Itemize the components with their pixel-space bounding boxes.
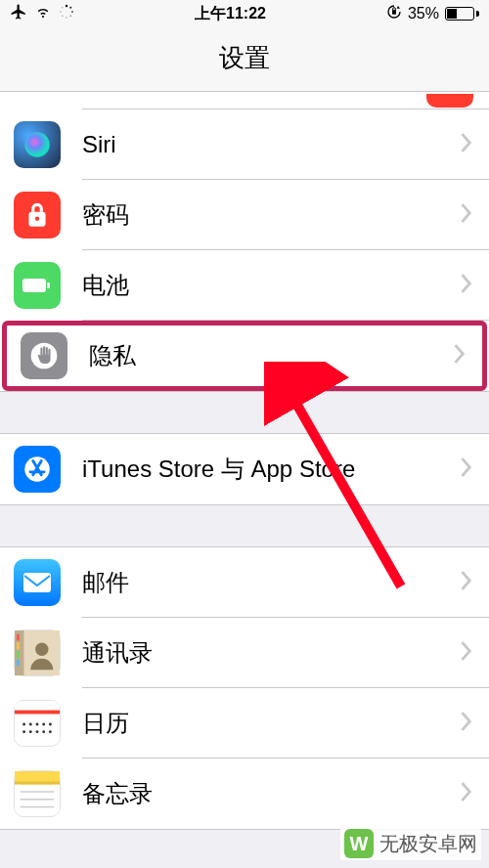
row-mail[interactable]: 邮件 [0, 547, 489, 618]
svg-rect-40 [15, 782, 60, 785]
svg-point-6 [60, 11, 61, 12]
partial-icon [426, 94, 473, 108]
settings-group-2: iTunes Store 与 App Store [0, 433, 489, 505]
svg-rect-21 [17, 660, 20, 667]
svg-point-9 [24, 132, 50, 157]
svg-point-0 [66, 5, 67, 7]
svg-point-23 [35, 642, 48, 655]
row-calendar[interactable]: 日历 [0, 688, 489, 759]
svg-point-31 [49, 723, 52, 726]
appstore-icon [14, 446, 61, 493]
chevron-right-icon [460, 782, 473, 805]
row-privacy[interactable]: 隐私 [7, 326, 482, 386]
orientation-lock-icon [386, 4, 402, 23]
siri-icon [14, 121, 61, 168]
svg-point-35 [42, 730, 45, 733]
row-label-contacts: 通讯录 [82, 637, 460, 669]
row-label-siri: Siri [82, 131, 460, 158]
notes-icon [14, 770, 61, 817]
svg-rect-20 [17, 651, 20, 658]
svg-rect-26 [15, 711, 60, 715]
chevron-right-icon [460, 274, 473, 297]
chevron-right-icon [460, 571, 473, 594]
page-title: 设置 [0, 27, 489, 92]
hand-icon [21, 332, 67, 379]
watermark-logo-icon [344, 829, 374, 858]
chevron-right-icon [460, 133, 473, 156]
row-siri[interactable]: Siri [0, 109, 489, 180]
svg-point-2 [71, 11, 73, 13]
group-gap [0, 505, 489, 546]
chevron-right-icon [460, 712, 473, 735]
loading-icon [59, 4, 74, 23]
chevron-right-icon [453, 344, 467, 368]
row-battery[interactable]: 电池 [0, 250, 489, 321]
svg-point-1 [69, 7, 71, 9]
svg-point-29 [36, 723, 39, 726]
battery-setting-icon [14, 262, 61, 309]
svg-point-27 [22, 723, 25, 726]
battery-percent: 35% [408, 5, 439, 22]
group-gap [0, 392, 489, 433]
calendar-icon [14, 700, 61, 747]
contacts-icon [14, 629, 61, 676]
svg-rect-19 [17, 642, 20, 649]
svg-point-33 [29, 730, 32, 733]
settings-group-1: Siri 密码 电池 隐私 [0, 92, 489, 392]
svg-point-7 [62, 7, 63, 8]
svg-point-11 [35, 217, 39, 221]
airplane-icon [10, 3, 27, 24]
svg-point-3 [69, 15, 71, 17]
chevron-right-icon [460, 457, 473, 481]
row-label-notes: 备忘录 [82, 778, 460, 809]
row-label-privacy: 隐私 [89, 340, 453, 371]
svg-point-36 [49, 730, 52, 733]
row-label-password: 密码 [82, 199, 460, 231]
watermark-text: 无极安卓网 [379, 831, 477, 857]
svg-rect-13 [47, 282, 50, 288]
chevron-right-icon [460, 641, 473, 665]
svg-rect-16 [23, 573, 51, 592]
svg-rect-18 [17, 634, 20, 641]
status-left [10, 3, 74, 24]
row-contacts[interactable]: 通讯录 [0, 618, 489, 688]
svg-rect-8 [392, 10, 396, 15]
svg-point-34 [36, 730, 39, 733]
row-label-mail: 邮件 [82, 567, 460, 598]
battery-icon [445, 7, 479, 21]
row-label-battery: 电池 [82, 270, 460, 301]
row-password[interactable]: 密码 [0, 180, 489, 250]
svg-point-30 [42, 723, 45, 726]
privacy-highlight: 隐私 [2, 321, 487, 391]
row-notes[interactable]: 备忘录 [0, 759, 489, 829]
chevron-right-icon [460, 203, 473, 227]
svg-point-32 [22, 730, 25, 733]
svg-point-5 [62, 16, 63, 17]
svg-rect-12 [22, 279, 46, 292]
watermark: 无极安卓网 [340, 827, 481, 860]
lock-icon [14, 192, 61, 239]
settings-group-3: 邮件 通讯录 日历 备忘录 [0, 546, 489, 830]
row-label-itunes: iTunes Store 与 App Store [82, 454, 460, 485]
row-label-calendar: 日历 [82, 708, 460, 739]
status-right: 35% [386, 4, 479, 23]
svg-point-4 [66, 17, 67, 18]
svg-point-28 [29, 723, 32, 726]
row-itunes[interactable]: iTunes Store 与 App Store [0, 434, 489, 504]
mail-icon [14, 559, 61, 606]
partial-row [0, 92, 489, 109]
status-time: 上午11:22 [195, 4, 266, 24]
status-bar: 上午11:22 35% [0, 0, 489, 27]
wifi-icon [33, 4, 53, 23]
